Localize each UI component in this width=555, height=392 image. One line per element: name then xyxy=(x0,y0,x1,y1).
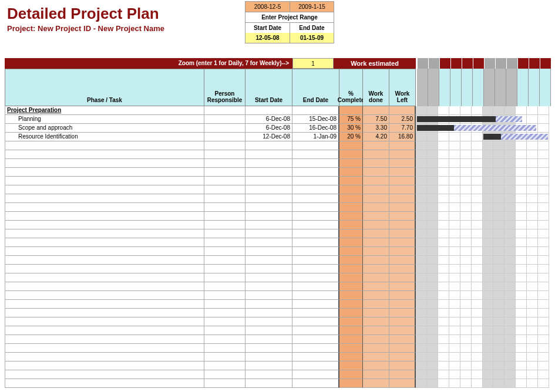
empty-row[interactable] xyxy=(5,168,550,177)
gantt-cell xyxy=(504,379,516,388)
empty-row[interactable] xyxy=(5,317,550,326)
gantt-cell xyxy=(460,106,472,115)
task-end[interactable]: 16-Dec-08 xyxy=(292,124,339,133)
task-row[interactable]: Scope and approach6-Dec-0816-Dec-0830 %3… xyxy=(5,124,550,133)
empty-row[interactable] xyxy=(5,309,550,317)
gantt-cell xyxy=(460,194,472,203)
empty-row[interactable] xyxy=(5,273,550,282)
empty-row[interactable] xyxy=(5,361,550,370)
gantt-cell xyxy=(438,344,449,353)
empty-row[interactable] xyxy=(5,212,550,221)
col-end: End Date xyxy=(292,69,339,106)
task-person[interactable] xyxy=(204,115,245,124)
gantt-cell xyxy=(427,344,438,353)
empty-row[interactable] xyxy=(5,194,550,203)
gantt-cell xyxy=(472,370,483,379)
gantt-cell xyxy=(438,150,449,159)
task-name[interactable]: Resource Identification xyxy=(5,133,204,141)
task-end[interactable]: 15-Dec-08 xyxy=(292,115,339,124)
gantt-cell xyxy=(504,194,516,203)
gantt-cell xyxy=(449,247,460,256)
task-name[interactable]: Scope and approach xyxy=(5,124,204,133)
col-task: Phase / Task xyxy=(5,69,204,106)
task-person[interactable] xyxy=(204,133,245,141)
gantt-cell xyxy=(493,273,504,282)
gantt-cell xyxy=(527,344,538,353)
gantt-cell xyxy=(460,185,472,194)
gantt-cell xyxy=(527,203,538,212)
gantt-subheader-cell xyxy=(439,69,450,106)
task-pct[interactable]: 75 % xyxy=(339,115,363,124)
task-pct[interactable]: 30 % xyxy=(339,124,363,133)
empty-row[interactable] xyxy=(5,344,550,353)
gantt-cell xyxy=(483,141,494,150)
gantt-cell xyxy=(449,159,460,168)
gantt-cell xyxy=(483,212,494,221)
gantt-cell xyxy=(527,291,538,300)
empty-row[interactable] xyxy=(5,256,550,265)
gantt-cell xyxy=(516,238,527,247)
gantt-strip xyxy=(416,344,549,353)
gantt-strip xyxy=(416,326,549,335)
gantt-cell xyxy=(527,335,538,344)
gantt-cell xyxy=(493,335,504,344)
phase-row[interactable]: Project Preparation xyxy=(5,106,550,115)
empty-row[interactable] xyxy=(5,379,550,388)
gantt-cell xyxy=(527,168,538,177)
task-end[interactable]: 1-Jan-09 xyxy=(292,133,339,141)
task-person[interactable] xyxy=(204,124,245,133)
empty-row[interactable] xyxy=(5,238,550,247)
empty-row[interactable] xyxy=(5,203,550,212)
empty-row[interactable] xyxy=(5,370,550,379)
gantt-cell xyxy=(516,150,527,159)
range-end-input[interactable]: 01-15-09 xyxy=(290,33,334,43)
gantt-strip xyxy=(416,256,549,265)
task-start[interactable]: 6-Dec-08 xyxy=(245,115,292,124)
gantt-cell xyxy=(527,326,538,335)
empty-row[interactable] xyxy=(5,177,550,185)
zoom-input[interactable]: 1 xyxy=(292,58,334,69)
empty-row[interactable] xyxy=(5,335,550,344)
gantt-cell xyxy=(516,106,527,115)
gantt-cell xyxy=(438,282,449,291)
task-row[interactable]: Resource Identification12-Dec-081-Jan-09… xyxy=(5,133,550,141)
gantt-cell xyxy=(516,353,527,361)
range-start-input[interactable]: 12-05-08 xyxy=(245,33,290,43)
empty-row[interactable] xyxy=(5,141,550,150)
empty-row[interactable] xyxy=(5,185,550,194)
gantt-cell xyxy=(472,106,483,115)
empty-row[interactable] xyxy=(5,326,550,335)
task-name[interactable]: Planning xyxy=(5,115,204,124)
empty-row[interactable] xyxy=(5,229,550,238)
task-done: 4.20 xyxy=(363,133,389,141)
gantt-cell xyxy=(416,247,427,256)
task-pct[interactable]: 20 % xyxy=(339,133,363,141)
gantt-cell xyxy=(483,229,494,238)
gantt-cell xyxy=(449,379,460,388)
gantt-cell xyxy=(493,326,504,335)
task-start[interactable]: 6-Dec-08 xyxy=(245,124,292,133)
empty-row[interactable] xyxy=(5,247,550,256)
gantt-cell xyxy=(483,273,494,282)
task-grid[interactable]: Project PreparationPlanning6-Dec-0815-De… xyxy=(5,106,550,388)
gantt-cell xyxy=(449,185,460,194)
empty-row[interactable] xyxy=(5,282,550,291)
column-headers: Phase / Task Person Responsible Start Da… xyxy=(5,69,416,106)
gantt-cell xyxy=(427,273,438,282)
empty-row[interactable] xyxy=(5,353,550,361)
empty-row[interactable] xyxy=(5,265,550,273)
task-left: 2.50 xyxy=(389,115,416,124)
empty-row[interactable] xyxy=(5,291,550,300)
empty-row[interactable] xyxy=(5,159,550,168)
gantt-cell xyxy=(504,291,516,300)
gantt-cell xyxy=(416,326,427,335)
gantt-subheader-cell xyxy=(428,69,439,106)
empty-row[interactable] xyxy=(5,221,550,229)
gantt-subheader-cell xyxy=(529,69,540,106)
gantt-cell xyxy=(460,370,472,379)
empty-row[interactable] xyxy=(5,300,550,309)
empty-row[interactable] xyxy=(5,150,550,159)
gantt-cell xyxy=(449,309,460,317)
task-row[interactable]: Planning6-Dec-0815-Dec-0875 %7.502.50 xyxy=(5,115,550,124)
task-start[interactable]: 12-Dec-08 xyxy=(245,133,292,141)
